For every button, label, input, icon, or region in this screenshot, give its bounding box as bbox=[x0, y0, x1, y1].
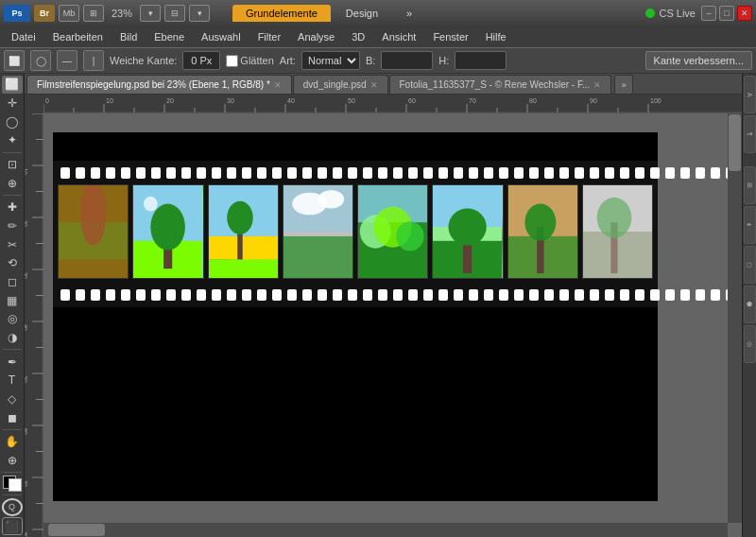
menu-bild[interactable]: Bild bbox=[112, 29, 145, 44]
horizontal-scrollbar[interactable] bbox=[43, 523, 728, 537]
film-hole bbox=[544, 167, 554, 179]
doc-tab-fotolia-label: Fotolia_11635377_S - © Rene Wechsler - F… bbox=[400, 79, 591, 90]
mb-icon[interactable]: Mb bbox=[59, 5, 79, 22]
menu-auswahl[interactable]: Auswahl bbox=[194, 29, 249, 44]
svg-text:10: 10 bbox=[106, 97, 113, 104]
rp-btn-6[interactable]: ⬟ bbox=[744, 286, 756, 323]
lasso-tool[interactable]: ◯ bbox=[2, 113, 23, 130]
move-tool[interactable]: ✛ bbox=[2, 95, 23, 113]
improve-edge-button[interactable]: Kante verbessern... bbox=[645, 51, 752, 70]
heal-tool[interactable]: ✚ bbox=[2, 199, 23, 217]
film-hole-b bbox=[151, 289, 161, 301]
crop-tool[interactable]: ⊡ bbox=[2, 156, 23, 174]
doc-tab-fotolia-close[interactable]: ✕ bbox=[593, 80, 601, 90]
menu-datei[interactable]: Datei bbox=[4, 29, 43, 44]
type-tool[interactable]: T bbox=[2, 372, 23, 390]
ruler-left-svg: 1020304050607080 bbox=[25, 113, 43, 537]
history-brush-tool[interactable]: ⟲ bbox=[2, 254, 23, 272]
brush-tool[interactable]: ✏ bbox=[2, 217, 23, 235]
film-hole-b bbox=[499, 289, 508, 301]
menu-fenster[interactable]: Fenster bbox=[425, 29, 475, 44]
film-hole bbox=[272, 167, 282, 179]
quick-mask-btn[interactable]: Q bbox=[2, 498, 23, 516]
film-hole-b bbox=[605, 289, 614, 301]
marquee-ellipse-option[interactable]: ◯ bbox=[30, 50, 51, 71]
doc-tab-dvd-close[interactable]: ✕ bbox=[370, 80, 378, 90]
workspace-icon[interactable]: ⊟ bbox=[164, 5, 185, 22]
film-hole bbox=[121, 167, 130, 179]
dodge-tool[interactable]: ◑ bbox=[2, 329, 23, 347]
menu-bearbeiten[interactable]: Bearbeiten bbox=[45, 29, 111, 44]
zoom-dropdown[interactable]: ▾ bbox=[140, 5, 161, 22]
hscroll-thumb[interactable] bbox=[48, 524, 105, 536]
titlebar-right: CS Live – □ ✕ bbox=[645, 6, 752, 21]
zoom-tool[interactable]: ⊕ bbox=[2, 451, 23, 469]
b-input[interactable] bbox=[381, 51, 433, 70]
menu-ansicht[interactable]: Ansicht bbox=[374, 29, 423, 44]
film-frame-6 bbox=[432, 184, 503, 279]
tab-more[interactable]: » bbox=[393, 5, 425, 22]
eyedropper-tool[interactable]: ⊕ bbox=[2, 174, 23, 192]
tab-design[interactable]: Design bbox=[333, 5, 391, 22]
workspace-dropdown[interactable]: ▾ bbox=[189, 5, 210, 22]
smooth-checkbox[interactable]: Glätten bbox=[226, 55, 273, 67]
svg-text:0: 0 bbox=[45, 97, 49, 104]
menu-ebene[interactable]: Ebene bbox=[146, 29, 192, 44]
minimize-button[interactable]: – bbox=[701, 6, 716, 21]
blur-tool[interactable]: ◎ bbox=[2, 310, 23, 328]
film-hole-b bbox=[408, 289, 418, 301]
film-hole bbox=[318, 167, 327, 179]
rp-btn-5[interactable]: ◻ bbox=[744, 246, 756, 284]
pen-tool[interactable]: ✒ bbox=[2, 353, 23, 371]
shape-tool[interactable]: ◼ bbox=[2, 408, 23, 426]
rp-btn-4[interactable]: ✒ bbox=[744, 206, 756, 244]
marquee-row-option[interactable]: — bbox=[57, 50, 77, 71]
rp-btn-2[interactable]: ¶ bbox=[744, 115, 756, 153]
film-images bbox=[58, 184, 653, 279]
svg-text:70: 70 bbox=[469, 97, 476, 104]
film-hole bbox=[363, 167, 372, 179]
tab-grundelemente[interactable]: Grundelemente bbox=[232, 5, 331, 22]
rp-btn-7[interactable]: ◎ bbox=[744, 325, 756, 363]
tool-divider-4 bbox=[3, 429, 22, 430]
rp-btn-3[interactable]: ⊞ bbox=[744, 166, 756, 204]
svg-point-71 bbox=[227, 201, 252, 234]
marquee-rect-option[interactable]: ⬜ bbox=[4, 50, 25, 71]
film-hole bbox=[454, 167, 463, 179]
svg-text:70: 70 bbox=[25, 480, 28, 487]
smooth-check[interactable] bbox=[226, 55, 238, 67]
film-hole bbox=[378, 167, 387, 179]
menu-analyse[interactable]: Analyse bbox=[290, 29, 342, 44]
style-select[interactable]: Normal bbox=[301, 51, 360, 70]
eraser-tool[interactable]: ◻ bbox=[2, 273, 23, 291]
vscroll-thumb[interactable] bbox=[729, 114, 741, 171]
svg-text:100: 100 bbox=[650, 97, 662, 104]
cs-live[interactable]: CS Live bbox=[645, 8, 696, 19]
doc-tab-fotolia[interactable]: Fotolia_11635377_S - © Rene Wechsler - F… bbox=[389, 75, 612, 94]
background-color[interactable] bbox=[9, 478, 22, 492]
path-tool[interactable]: ◇ bbox=[2, 390, 23, 408]
gradient-tool[interactable]: ▦ bbox=[2, 291, 23, 309]
menu-3d[interactable]: 3D bbox=[344, 29, 372, 44]
feather-input[interactable] bbox=[182, 51, 220, 70]
menu-hilfe[interactable]: Hilfe bbox=[478, 29, 514, 44]
h-input[interactable] bbox=[455, 51, 507, 70]
doc-tab-dvd[interactable]: dvd_single.psd ✕ bbox=[293, 75, 388, 94]
screen-mode-btn[interactable]: ⬛ bbox=[2, 517, 23, 535]
film-hole bbox=[393, 167, 403, 179]
marquee-col-option[interactable]: | bbox=[83, 50, 104, 71]
doc-tab-filmstreifen[interactable]: Filmstreifenspiegelung.psd bei 23% (Eben… bbox=[26, 75, 292, 94]
maximize-button[interactable]: □ bbox=[719, 6, 734, 21]
magic-wand-tool[interactable]: ✦ bbox=[2, 131, 23, 149]
arrange-icon[interactable]: ⊞ bbox=[83, 5, 104, 22]
vertical-scrollbar[interactable] bbox=[728, 113, 742, 523]
menu-filter[interactable]: Filter bbox=[250, 29, 288, 44]
clone-tool[interactable]: ✂ bbox=[2, 235, 23, 253]
hand-tool[interactable]: ✋ bbox=[2, 433, 23, 451]
doc-tab-filmstreifen-close[interactable]: ✕ bbox=[274, 80, 282, 90]
close-button[interactable]: ✕ bbox=[737, 6, 752, 21]
doc-tab-more[interactable]: » bbox=[614, 75, 633, 94]
rp-btn-1[interactable]: A bbox=[744, 76, 756, 113]
marquee-tool[interactable]: ⬜ bbox=[2, 76, 23, 94]
br-logo[interactable]: Br bbox=[34, 5, 55, 22]
